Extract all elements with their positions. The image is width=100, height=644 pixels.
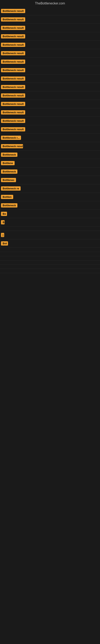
bottleneck-result-badge[interactable]: Bottleneck r... (1, 136, 21, 140)
list-item (0, 265, 100, 269)
bottleneck-result-badge[interactable]: | (1, 233, 4, 237)
bottleneck-result-badge[interactable]: Bottlene (1, 161, 15, 165)
bottleneck-result-badge[interactable]: Bottleneck (1, 152, 17, 157)
list-item: Bottleneck (0, 201, 100, 210)
list-item (0, 256, 100, 260)
bottleneck-result-badge[interactable]: Bottleneck result (1, 85, 25, 89)
bottleneck-result-badge[interactable]: Bottleneck result (1, 43, 25, 47)
list-item: Bottleneck result (0, 125, 100, 134)
list-item (0, 260, 100, 265)
bottleneck-result-badge[interactable]: Bottlenec (1, 178, 16, 182)
list-item: Bottleneck result (0, 100, 100, 108)
list-item: Bottleneck result (0, 108, 100, 117)
bottleneck-result-badge[interactable]: Bottleneck result (1, 60, 25, 64)
bottleneck-result-badge[interactable]: Bottleneck re (1, 186, 21, 190)
bottleneck-result-badge[interactable]: Bottleneck result (1, 94, 25, 98)
bottleneck-result-badge[interactable]: Bottleneck result (1, 26, 25, 30)
bottleneck-result-badge[interactable]: Bottleneck result (1, 119, 25, 123)
site-title: TheBottlenecker.com (0, 0, 100, 7)
list-item: Bottlenec (0, 176, 100, 184)
bottleneck-result-badge[interactable]: Bottleneck result (1, 127, 25, 132)
list-item: Bottleneck result (0, 117, 100, 125)
bottleneck-result-badge[interactable]: Bottleneck result (1, 102, 25, 106)
list-item: | (0, 231, 100, 239)
list-item (0, 269, 100, 273)
site-title-text: TheBottlenecker.com (35, 2, 65, 5)
list-item (0, 226, 100, 231)
list-item (0, 252, 100, 256)
list-item: Bottleneck result (0, 32, 100, 41)
bottleneck-result-badge[interactable]: Bottleneck result (1, 51, 25, 55)
list-item: Bottleneck (0, 168, 100, 176)
list-item: Bo (0, 210, 100, 218)
list-item: Bottleneck result (0, 74, 100, 83)
bottleneck-result-badge[interactable]: Bottleneck resul (1, 144, 23, 148)
list-item: Bottleneck result (0, 7, 100, 15)
list-item: Bottleneck (0, 150, 100, 159)
list-item (0, 248, 100, 252)
bottleneck-result-badge[interactable]: Bottleneck (1, 203, 17, 208)
bottleneck-result-badge[interactable]: Bottleneck result (1, 68, 25, 72)
list-item: Bottleneck result (0, 15, 100, 24)
list-item: Bottleneck result (0, 41, 100, 49)
bottleneck-result-badge[interactable]: Bottleneck result (1, 17, 25, 22)
bottleneck-result-badge[interactable]: Bottleneck result (1, 76, 25, 81)
list-item: Bottlene (0, 159, 100, 168)
list-item: Bottleneck resul (0, 142, 100, 150)
list-item: Bot (0, 239, 100, 248)
list-item: Bottleneck result (0, 58, 100, 66)
list-item: Bottleneck result (0, 24, 100, 32)
bottleneck-result-badge[interactable]: Bot (1, 241, 8, 246)
bottleneck-result-badge[interactable]: Bottleneck result (1, 110, 25, 114)
list-item: Bottleneck result (0, 66, 100, 74)
list-item: B (0, 218, 100, 226)
bottleneck-result-badge[interactable]: Bottleneck (1, 170, 17, 174)
list-item: Bottlen (0, 193, 100, 201)
list-item: Bottleneck result (0, 49, 100, 58)
list-item: Bottleneck result (0, 91, 100, 100)
bottleneck-result-badge[interactable]: B (1, 220, 4, 224)
bottleneck-result-badge[interactable]: Bo (1, 212, 7, 216)
list-item: Bottleneck result (0, 83, 100, 91)
list-item: Bottleneck r... (0, 134, 100, 142)
bottleneck-result-badge[interactable]: Bottleneck result (1, 9, 25, 13)
bottleneck-result-badge[interactable]: Bottleneck result (1, 34, 25, 38)
list-item: Bottleneck re (0, 184, 100, 193)
bottleneck-result-badge[interactable]: Bottlen (1, 195, 13, 199)
